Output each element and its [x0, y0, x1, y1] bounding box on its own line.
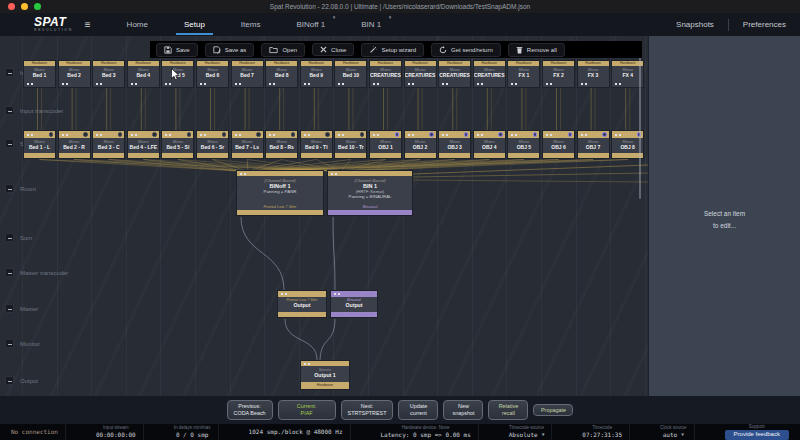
- port-dots: [269, 134, 271, 136]
- tab-binoff-1[interactable]: ▾ BINoff 1: [278, 13, 343, 36]
- source-node-bed-9-tl[interactable]: Mono Bed 9 - Tl: [300, 130, 333, 159]
- port-dots: [615, 134, 617, 136]
- snapshot-new-snapshot-button[interactable]: New snapshot: [443, 400, 483, 420]
- source-name: OBJ 2: [405, 144, 436, 150]
- input-node-bed-8[interactable]: Hardware Mono Bed 8: [265, 60, 298, 88]
- source-top-bar: [543, 131, 574, 138]
- port-dots: [373, 83, 375, 85]
- toolbar-button-label: Remove all: [527, 47, 557, 53]
- save-button[interactable]: Save: [156, 43, 198, 57]
- source-top-bar: [335, 131, 366, 138]
- source-node-obj-6[interactable]: Mono OBJ 6: [542, 130, 575, 159]
- source-node-bed-2-r[interactable]: Mono Bed 2 - R: [58, 130, 91, 159]
- input-node-bed-7[interactable]: Hardware Mono Bed 7: [231, 60, 264, 88]
- source-node-obj-7[interactable]: Mono OBJ 7: [577, 130, 610, 159]
- input-node-bed-2[interactable]: Hardware Mono Bed 2: [58, 60, 91, 88]
- source-node-obj-2[interactable]: Mono OBJ 2: [404, 130, 437, 159]
- source-bottom-bar: [301, 153, 332, 158]
- tab-items[interactable]: Items: [223, 13, 279, 36]
- provide-feedback-button[interactable]: Provide feedback: [725, 430, 789, 439]
- source-name: Bed 6 - Sr: [197, 144, 228, 150]
- port-dots: [96, 83, 98, 85]
- menubar: SPAT REVOLUTION ≡ Home Setup Items ▾ BIN…: [0, 13, 800, 36]
- status-input-stream: Input stream 00:00:00:00: [89, 424, 144, 440]
- source-bottom-bar: [197, 153, 228, 158]
- source-bottom-bar: [266, 153, 297, 158]
- master-node-binaural[interactable]: Binaural Output: [330, 290, 378, 318]
- room-node-binoff1[interactable]: (Channel Based) BINoff 1 Panning = PANR …: [236, 170, 324, 216]
- output-top-bar: [301, 361, 349, 366]
- source-node-bed-3-c[interactable]: Mono Bed 3 - C: [92, 130, 125, 159]
- source-status-icon: [291, 132, 296, 137]
- source-status-icon: [222, 132, 227, 137]
- save-as-button[interactable]: Save as: [205, 43, 255, 57]
- port-dots: [477, 134, 479, 136]
- get-send-return-button[interactable]: Get send/return: [431, 43, 501, 57]
- snapshot-next-strtsptrest-button[interactable]: Next: STRTSPTREST: [341, 400, 394, 420]
- room-reverb-label: Frontal Low 7 filter: [237, 204, 323, 209]
- input-node-bed-9[interactable]: Hardware Mono Bed 9: [300, 60, 333, 88]
- close-button[interactable]: Close: [312, 43, 354, 56]
- port-dots: [511, 83, 513, 85]
- source-node-bed-10-tr[interactable]: Mono Bed 10 - Tr: [334, 130, 367, 159]
- status-in-delays-min-max: In delays min/max 0 / 0 smp: [167, 424, 219, 440]
- graph-canvas[interactable]: Input Input transcoder Source Room Sum M…: [0, 36, 648, 396]
- status-timecode-source: Timecode source Absolute▼: [502, 424, 553, 440]
- input-node-bed-10[interactable]: Hardware Mono Bed 10: [334, 60, 367, 88]
- snapshot-update-current-button[interactable]: Update current: [398, 400, 438, 420]
- input-node-bed-6[interactable]: Hardware Mono Bed 6: [196, 60, 229, 88]
- source-name: OBJ 7: [578, 144, 609, 150]
- room-top-bar: [237, 171, 323, 176]
- input-node-bed-1[interactable]: Hardware Mono Bed 1: [23, 60, 56, 88]
- source-node-obj-4[interactable]: Mono OBJ 4: [473, 130, 506, 159]
- output-node-output1[interactable]: Stereo Output 1 Hardware: [300, 360, 350, 390]
- open-button[interactable]: Open: [261, 43, 305, 57]
- output-hardware-bar: Hardware: [301, 382, 349, 389]
- tab-home[interactable]: Home: [109, 13, 166, 36]
- input-node-fx-1[interactable]: Hardware Mono FX 1: [507, 60, 540, 88]
- source-node-bed-7-ls[interactable]: Mono Bed 7 - Ls: [231, 130, 264, 159]
- input-node-bed-3[interactable]: Hardware Mono Bed 3: [92, 60, 125, 88]
- mouse-cursor: [171, 68, 180, 81]
- input-node-creatures-2[interactable]: Hardware Mono CREATURES 2: [404, 60, 437, 88]
- input-node-fx-3[interactable]: Hardware Mono FX 3: [577, 60, 610, 88]
- clock-source-dropdown[interactable]: auto▼: [663, 431, 684, 438]
- tab-setup[interactable]: Setup: [166, 13, 223, 36]
- master-node-gold[interactable]: Frontal Low 7 filter Output: [277, 290, 327, 318]
- snapshot-button-line2: PIAF: [285, 410, 329, 417]
- input-node-creatures-4[interactable]: Hardware Mono CREATURES 4: [473, 60, 506, 88]
- source-node-bed-1-l[interactable]: Mono Bed 1 - L: [23, 130, 56, 159]
- source-node-bed-8-rs[interactable]: Mono Bed 8 - Rs: [265, 130, 298, 159]
- setup-wizard-button[interactable]: Setup wizard: [361, 43, 424, 57]
- preferences-button[interactable]: Preferences: [729, 20, 800, 29]
- source-bottom-bar: [232, 153, 263, 158]
- source-node-obj-5[interactable]: Mono OBJ 5: [507, 130, 540, 159]
- source-name: Bed 3 - C: [93, 144, 124, 150]
- tab-bin-1[interactable]: ▾ BIN 1: [343, 13, 399, 36]
- input-node-creatures-1[interactable]: Hardware Mono CREATURES 1: [369, 60, 402, 88]
- canvas-scrollbar[interactable]: [639, 51, 641, 199]
- master-top-bar: [331, 291, 377, 297]
- snapshot-relative-recall-button[interactable]: Relative recall: [488, 400, 528, 420]
- input-node-bed-4[interactable]: Hardware Mono Bed 4: [127, 60, 160, 88]
- source-node-bed-6-sr[interactable]: Mono Bed 6 - Sr: [196, 130, 229, 159]
- timecode-source-dropdown[interactable]: Absolute▼: [509, 431, 545, 438]
- source-name: Bed 7 - Ls: [232, 144, 263, 150]
- inspector-placeholder: Select an item to edit...: [649, 208, 800, 231]
- status-value: No connection: [11, 428, 58, 435]
- input-node-fx-2[interactable]: Hardware Mono FX 2: [542, 60, 575, 88]
- snapshot-current-piaf-button[interactable]: Current: PIAF: [278, 400, 336, 420]
- close-icon: [320, 46, 327, 53]
- remove-all-button[interactable]: Remove all: [508, 43, 565, 57]
- snapshot-previous-coda-beach-button[interactable]: Previous: CODA Beach: [227, 400, 273, 420]
- snapshot-propagate-button[interactable]: Propagate: [533, 404, 573, 417]
- snapshots-button[interactable]: Snapshots: [662, 20, 728, 29]
- tab-caret-icon: ▾: [333, 14, 336, 20]
- source-node-obj-3[interactable]: Mono OBJ 3: [438, 130, 471, 159]
- source-node-bed-4-lfe[interactable]: Mono Bed 4 - LFE: [127, 130, 160, 159]
- room-node-bin1[interactable]: (Channel Based) BIN 1 (HRTF: Kemar) Pann…: [327, 170, 413, 216]
- source-node-bed-5-sl[interactable]: Mono Bed 5 - Sl: [161, 130, 194, 159]
- source-node-obj-1[interactable]: Mono OBJ 1: [369, 130, 402, 159]
- input-node-creatures-3[interactable]: Hardware Mono CREATURES 3: [438, 60, 471, 88]
- hamburger-menu-icon[interactable]: ≡: [85, 19, 91, 30]
